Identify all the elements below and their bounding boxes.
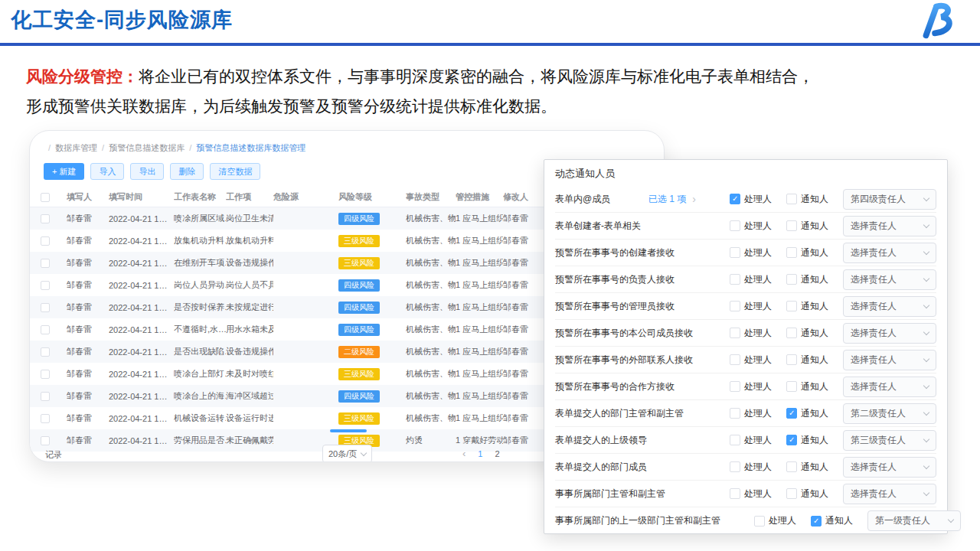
row-checkbox[interactable] — [41, 236, 50, 246]
page-size-value: 20条/页 — [328, 448, 357, 460]
cell-sheet-name: 不遵循时,水… — [174, 324, 226, 335]
notify-rule-row: 表单提交人的部门成员 处理人 通知人 选择责任人 — [555, 454, 936, 481]
notify-rule-row: 事事所属部门主管和副主管 处理人 通知人 选择责任人 — [555, 481, 936, 507]
notify-checkbox[interactable] — [786, 328, 797, 338]
responsible-person-select[interactable]: 选择责任人 — [843, 323, 936, 344]
page-number[interactable]: 1 — [478, 449, 482, 458]
row-checkbox[interactable] — [41, 325, 50, 334]
row-checkbox[interactable] — [41, 347, 50, 357]
cell-sheet-name: 岗位人员异动… — [174, 279, 226, 291]
select-all-checkbox[interactable] — [41, 193, 50, 202]
cell-time: 2022-04-21 1… — [109, 392, 174, 401]
cell-sheet-name: 机械设备运转… — [174, 412, 226, 424]
cell-accident-type: 机械伤害、物… — [406, 346, 456, 357]
breadcrumb-item[interactable]: 预警信息描述数据库 — [109, 143, 185, 152]
responsible-person-select[interactable]: 选择责任人 — [843, 350, 936, 370]
cell-sheet-name: 喷凃所属区域… — [174, 213, 226, 224]
delete-button[interactable]: 删除 — [170, 163, 204, 180]
notify-checkbox[interactable] — [786, 435, 797, 445]
notify-rule-row: 预警所在事事号的本公司成员接收 处理人 通知人 选择责任人 — [555, 320, 936, 347]
responsible-person-select[interactable]: 选择责任人 — [843, 243, 936, 263]
responsible-person-value: 第四级责任人 — [851, 193, 906, 206]
handler-checkbox-label: 处理人 — [744, 434, 772, 447]
export-button[interactable]: 导出 — [130, 163, 164, 180]
responsible-person-select[interactable]: 第一级责任人 — [867, 510, 961, 531]
responsible-person-select[interactable]: 第三级责任人 — [843, 430, 936, 451]
page-number[interactable]: 2 — [495, 449, 499, 458]
cell-control-measure: 1 应马上组织… — [456, 412, 503, 424]
notify-checkbox[interactable] — [786, 274, 797, 285]
cell-work-item: 未按规定进行… — [226, 302, 273, 313]
breadcrumb-item[interactable]: 数据库管理 — [55, 143, 97, 152]
handler-checkbox[interactable] — [730, 220, 740, 231]
notify-checkbox[interactable] — [786, 488, 797, 499]
handler-checkbox[interactable] — [730, 354, 740, 365]
row-checkbox[interactable] — [41, 259, 50, 268]
row-checkbox[interactable] — [41, 303, 50, 312]
handler-checkbox[interactable] — [730, 408, 740, 419]
breadcrumb-separator: / — [48, 143, 51, 152]
responsible-person-select[interactable]: 第四级责任人 — [843, 189, 936, 210]
cell-time: 2022-04-21 1… — [109, 370, 174, 379]
notify-checkbox[interactable] — [786, 381, 797, 392]
rule-label: 表单提交人的上级领导 — [555, 434, 647, 447]
handler-checkbox[interactable] — [730, 247, 740, 258]
handler-checkbox[interactable] — [730, 461, 740, 472]
row-checkbox[interactable] — [41, 214, 50, 223]
handler-checkbox[interactable] — [730, 328, 740, 338]
handler-checkbox-label: 处理人 — [744, 327, 772, 340]
intro-line1: 将企业已有的双控体系文件，与事事明深度紧密的融合，将风险源库与标准化电子表单相结… — [139, 67, 814, 85]
responsible-person-select[interactable]: 选择责任人 — [843, 269, 936, 290]
notify-panel: 动态通知人员 表单内@成员 已选 1 项› 处理人 通知人 第四级责任人 表单创… — [544, 159, 948, 534]
notify-checkbox[interactable] — [786, 461, 797, 472]
notify-checkbox[interactable] — [786, 301, 797, 311]
cell-sheet-name: 在维别开车项… — [174, 257, 226, 269]
handler-checkbox[interactable] — [730, 381, 740, 392]
new-button[interactable]: + 新建 — [44, 163, 84, 180]
cell-modifier: 邹春雷 — [503, 390, 545, 402]
column-header: 风险等级 — [338, 191, 406, 203]
notify-checkbox[interactable] — [786, 194, 797, 204]
import-button[interactable]: 导入 — [90, 163, 124, 180]
cell-work-item: 设备运行时进… — [226, 412, 273, 424]
handler-checkbox[interactable] — [754, 516, 765, 527]
column-header: 工作表名称 — [174, 191, 226, 203]
row-checkbox[interactable] — [41, 436, 50, 445]
cell-work-item: 放集机动升料… — [226, 235, 273, 246]
prev-page-button[interactable]: ‹ — [462, 448, 466, 459]
responsible-person-select[interactable]: 选择责任人 — [843, 457, 936, 478]
handler-checkbox-label: 处理人 — [744, 461, 772, 474]
handler-checkbox[interactable] — [730, 194, 740, 204]
notify-checkbox[interactable] — [811, 516, 822, 527]
notify-checkbox[interactable] — [786, 354, 797, 365]
notify-checkbox[interactable] — [786, 247, 797, 258]
notify-checkbox-label: 通知人 — [825, 514, 853, 527]
cell-sheet-name: 劳保用品是否… — [174, 435, 226, 446]
panel-title: 动态通知人员 — [555, 160, 936, 186]
clear-button[interactable]: 清空数据 — [210, 163, 260, 180]
notify-checkbox[interactable] — [786, 220, 797, 231]
row-checkbox[interactable] — [41, 370, 50, 379]
cell-accident-type: 机械伤害、物… — [406, 390, 456, 402]
row-checkbox[interactable] — [41, 281, 50, 290]
responsible-person-select[interactable]: 选择责任人 — [843, 216, 936, 236]
responsible-person-select[interactable]: 选择责任人 — [843, 296, 936, 317]
handler-checkbox[interactable] — [730, 301, 740, 311]
page-size-select[interactable]: 20条/页 — [322, 445, 372, 462]
horizontal-scrollbar-thumb[interactable] — [330, 429, 367, 432]
chevron-right-icon[interactable]: › — [692, 193, 696, 205]
responsible-person-select[interactable]: 选择责任人 — [843, 484, 936, 504]
row-checkbox[interactable] — [41, 392, 50, 401]
responsible-person-select[interactable]: 第二级责任人 — [843, 403, 936, 424]
handler-checkbox[interactable] — [730, 488, 740, 499]
selected-count-link[interactable]: 已选 1 项 — [648, 193, 686, 206]
notify-checkbox[interactable] — [786, 408, 797, 419]
row-checkbox[interactable] — [41, 414, 50, 423]
cell-work-item: 未正确佩戴劳保… — [226, 435, 273, 446]
responsible-person-select[interactable]: 选择责任人 — [843, 377, 936, 397]
cell-work-item: 海冲区域超过… — [226, 390, 273, 402]
notify-checkbox-label: 通知人 — [801, 407, 828, 420]
handler-checkbox[interactable] — [730, 435, 740, 445]
rule-label: 预警所在事事号的外部联系人接收 — [555, 354, 693, 367]
handler-checkbox[interactable] — [730, 274, 740, 285]
